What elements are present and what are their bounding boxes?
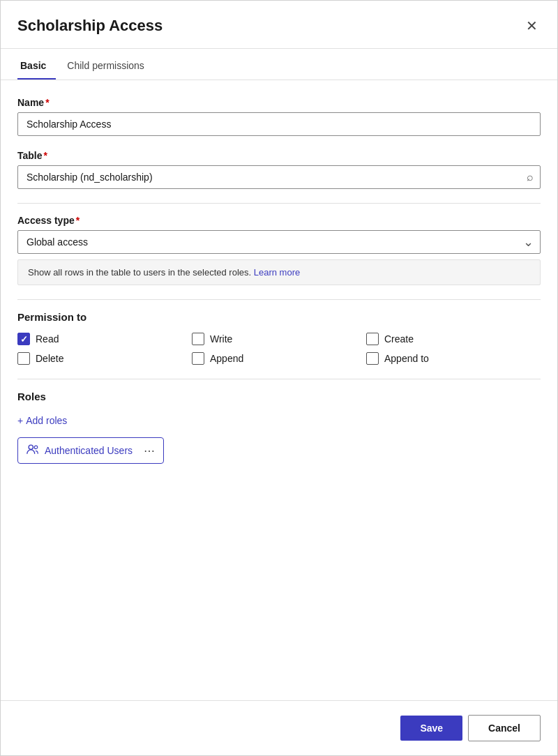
learn-more-link[interactable]: Learn more xyxy=(254,267,300,278)
dialog-title: Scholarship Access xyxy=(17,17,163,35)
table-field-group: Table* ⌕ xyxy=(17,150,541,189)
permission-read: Read xyxy=(17,333,192,345)
tab-child-permissions[interactable]: Child permissions xyxy=(64,52,153,80)
roles-section: Roles + Add roles Authenticated User xyxy=(17,391,541,464)
user-group-icon xyxy=(27,444,39,458)
permissions-grid: Read Write Create Delete Append xyxy=(17,333,541,365)
permission-append-to-label: Append to xyxy=(384,353,429,364)
name-input[interactable] xyxy=(17,112,541,136)
table-required-star: * xyxy=(44,150,47,161)
table-label: Table* xyxy=(17,150,541,161)
svg-point-1 xyxy=(34,446,38,449)
permission-delete: Delete xyxy=(17,352,192,365)
checkbox-read[interactable] xyxy=(17,333,30,345)
permission-write: Write xyxy=(192,333,366,345)
permission-append: Append xyxy=(192,352,366,365)
role-tags-container: Authenticated Users ⋯ xyxy=(17,437,541,464)
permission-append-label: Append xyxy=(210,353,243,364)
access-type-required-star: * xyxy=(76,215,80,226)
permission-write-label: Write xyxy=(210,333,232,345)
add-roles-button[interactable]: + Add roles xyxy=(17,412,67,429)
roles-section-title: Roles xyxy=(17,391,541,402)
table-input[interactable] xyxy=(17,165,541,189)
table-search-wrapper: ⌕ xyxy=(17,165,541,189)
tab-bar: Basic Child permissions xyxy=(1,52,557,80)
access-type-label: Access type* xyxy=(17,215,541,226)
permission-create: Create xyxy=(366,333,541,345)
checkbox-append[interactable] xyxy=(192,352,204,365)
close-icon: ✕ xyxy=(526,18,538,33)
name-label: Name* xyxy=(17,97,541,108)
cancel-button[interactable]: Cancel xyxy=(468,715,541,741)
dialog-body: Name* Table* ⌕ Access type* Global acces… xyxy=(1,80,557,700)
access-type-info-box: Show all rows in the table to users in t… xyxy=(17,259,541,285)
name-field-group: Name* xyxy=(17,97,541,136)
checkbox-write[interactable] xyxy=(192,333,204,345)
dialog-footer: Save Cancel xyxy=(1,700,557,755)
divider-1 xyxy=(17,203,541,204)
permission-read-label: Read xyxy=(36,333,59,345)
divider-3 xyxy=(17,379,541,379)
role-tag-menu-icon[interactable]: ⋯ xyxy=(144,444,155,458)
permission-delete-label: Delete xyxy=(36,353,63,364)
svg-point-0 xyxy=(29,445,33,449)
permission-append-to: Append to xyxy=(366,352,541,365)
permissions-section-title: Permission to xyxy=(17,311,541,323)
permission-create-label: Create xyxy=(384,333,414,345)
save-button[interactable]: Save xyxy=(400,716,462,741)
plus-icon: + xyxy=(17,415,23,426)
dialog: Scholarship Access ✕ Basic Child permiss… xyxy=(0,0,558,756)
checkbox-append-to[interactable] xyxy=(366,352,379,365)
role-tag-authenticated-users-label: Authenticated Users xyxy=(45,445,133,456)
divider-2 xyxy=(17,299,541,300)
role-tag-authenticated-users: Authenticated Users ⋯ xyxy=(17,437,164,464)
name-required-star: * xyxy=(45,97,49,108)
checkbox-delete[interactable] xyxy=(17,352,30,365)
access-type-field-group: Access type* Global access Owner Contact… xyxy=(17,215,541,285)
access-type-select[interactable]: Global access Owner Contact xyxy=(17,230,541,254)
dialog-header: Scholarship Access ✕ xyxy=(1,1,557,49)
close-button[interactable]: ✕ xyxy=(523,16,541,36)
tab-basic[interactable]: Basic xyxy=(17,52,56,80)
permissions-group: Permission to Read Write Create Delete xyxy=(17,311,541,365)
checkbox-create[interactable] xyxy=(366,333,379,345)
access-type-select-wrapper: Global access Owner Contact ⌄ xyxy=(17,230,541,254)
